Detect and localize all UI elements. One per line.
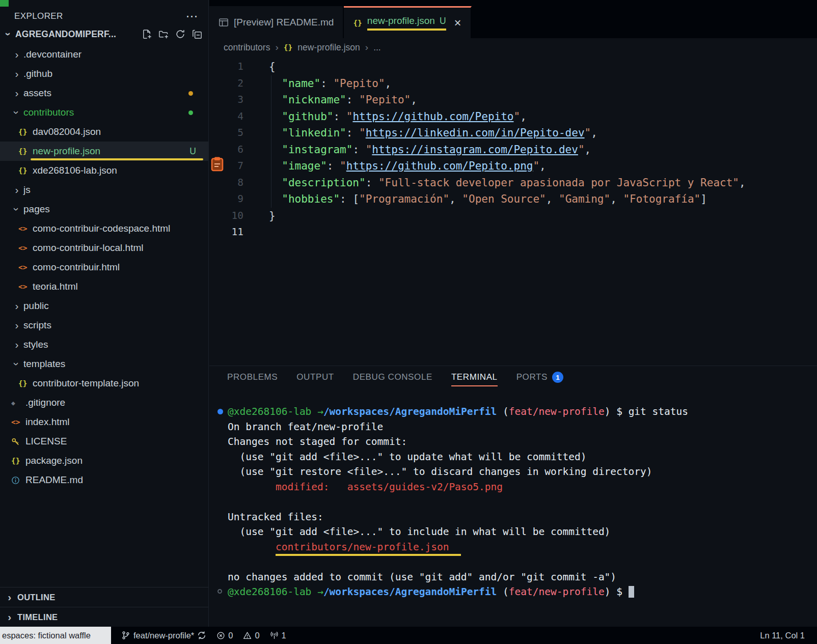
tree-item-xde268106-lab.json[interactable]: xde268106-lab.json bbox=[0, 161, 208, 180]
code-lines: 1{2 "name": "Pepito",3 "nickname": "Pepi… bbox=[209, 59, 817, 241]
explorer-title: EXPLORER bbox=[14, 11, 63, 21]
tree-item-README.md[interactable]: README.md bbox=[0, 470, 208, 490]
project-root-row[interactable]: AGREGANDOMIPERF... bbox=[0, 23, 208, 45]
tree-item-dav082004.json[interactable]: dav082004.json bbox=[0, 122, 208, 142]
code-line-5[interactable]: 5 "linkedin": "https://linkedin.com/in/P… bbox=[209, 125, 817, 142]
terminal[interactable]: @xde268106-lab →/workspaces/AgregandoMiP… bbox=[209, 393, 817, 600]
tree-item-assets[interactable]: assets bbox=[0, 83, 208, 103]
tab-output[interactable]: OUTPUT bbox=[296, 372, 334, 386]
explorer-header: EXPLORER bbox=[0, 0, 208, 23]
terminal-line-10: contributors/new-profile.json bbox=[217, 540, 817, 555]
more-actions-icon[interactable] bbox=[186, 14, 198, 19]
tree-item-.github[interactable]: .github bbox=[0, 64, 208, 83]
code-line-11[interactable]: 11 bbox=[209, 224, 817, 241]
html-file-icon bbox=[18, 244, 32, 252]
code-line-7[interactable]: 7 "image": "https://github.com/Pepito.pn… bbox=[209, 158, 817, 175]
tab-ports[interactable]: PORTS 1 bbox=[516, 372, 563, 387]
project-name: AGREGANDOMIPERF... bbox=[15, 29, 116, 40]
line-number: 9 bbox=[209, 191, 243, 208]
tree-item-contributors[interactable]: contributors bbox=[0, 103, 208, 122]
tree-item-.gitignore[interactable]: .gitignore bbox=[0, 393, 208, 412]
json-file-icon bbox=[353, 19, 362, 27]
code-line-2[interactable]: 2 "name": "Pepito", bbox=[209, 75, 817, 92]
tab-debug-console[interactable]: DEBUG CONSOLE bbox=[353, 372, 432, 386]
branch-indicator[interactable]: feat/new-profile* bbox=[121, 631, 206, 640]
breadcrumb-symbol[interactable]: ... bbox=[373, 42, 381, 53]
tab-problems[interactable]: PROBLEMS bbox=[227, 372, 278, 386]
tab-new-profile-json[interactable]: new-profile.json U bbox=[344, 6, 471, 38]
tree-item-como-contribuir.html[interactable]: como-contribuir.html bbox=[0, 258, 208, 277]
chevron-right-icon bbox=[11, 87, 22, 99]
timeline-section[interactable]: TIMELINE bbox=[0, 607, 208, 627]
collapse-all-icon[interactable] bbox=[192, 29, 202, 39]
line-number: 5 bbox=[209, 125, 243, 142]
tree-item-label: styles bbox=[23, 339, 48, 350]
chevron-right-icon bbox=[11, 68, 22, 80]
close-icon[interactable] bbox=[454, 18, 461, 27]
sync-changes-icon[interactable] bbox=[197, 631, 206, 640]
tree-item-package.json[interactable]: package.json bbox=[0, 451, 208, 470]
tree-item-public[interactable]: public bbox=[0, 296, 208, 316]
json-file-icon bbox=[18, 166, 32, 175]
ports-indicator[interactable]: 1 bbox=[270, 631, 286, 640]
html-file-icon bbox=[11, 418, 24, 426]
tree-item-label: .devcontainer bbox=[23, 49, 81, 60]
cursor-position[interactable]: Ln 11, Col 1 bbox=[760, 631, 805, 640]
problems-indicator[interactable]: 0 0 bbox=[216, 631, 259, 640]
terminal-line-1: @xde268106-lab →/workspaces/AgregandoMiP… bbox=[217, 404, 817, 419]
line-number: 10 bbox=[209, 208, 243, 225]
tree-item-new-profile.json[interactable]: new-profile.jsonU bbox=[0, 142, 208, 161]
code-line-1[interactable]: 1{ bbox=[209, 59, 817, 75]
tree-item-label: public bbox=[23, 300, 49, 312]
tree-item-LICENSE[interactable]: LICENSE bbox=[0, 432, 208, 451]
radio-tower-icon bbox=[270, 631, 279, 640]
tree-item-label: js bbox=[23, 184, 31, 195]
line-content: "hobbies": ["Programación", "Open Source… bbox=[243, 191, 707, 208]
code-line-6[interactable]: 6 "instagram": "https://instagram.com/Pe… bbox=[209, 142, 817, 158]
tree-item-js[interactable]: js bbox=[0, 180, 208, 200]
tree-item-templates[interactable]: templates bbox=[0, 354, 208, 374]
git-status-badge: U bbox=[189, 146, 196, 157]
code-line-9[interactable]: 9 "hobbies": ["Programación", "Open Sour… bbox=[209, 191, 817, 208]
json-file-icon bbox=[18, 128, 32, 136]
tree-item-como-contribuir-local.html[interactable]: como-contribuir-local.html bbox=[0, 238, 208, 258]
codespaces-remote-badge[interactable]: espaces: fictional waffle bbox=[0, 627, 111, 644]
code-line-4[interactable]: 4 "github": "https://github.com/Pepito", bbox=[209, 108, 817, 125]
line-content: "name": "Pepito", bbox=[243, 75, 391, 92]
new-folder-icon[interactable] bbox=[158, 29, 169, 39]
new-file-icon[interactable] bbox=[142, 29, 152, 39]
breadcrumb-folder[interactable]: contributors bbox=[224, 42, 270, 53]
refresh-icon[interactable] bbox=[175, 29, 185, 39]
line-number: 4 bbox=[209, 108, 243, 125]
code-line-10[interactable]: 10} bbox=[209, 208, 817, 225]
tree-item-contributor-template.json[interactable]: contributor-template.json bbox=[0, 374, 208, 393]
tab-terminal[interactable]: TERMINAL bbox=[451, 372, 498, 386]
error-icon bbox=[216, 631, 225, 640]
chevron-down-icon bbox=[11, 358, 23, 370]
outline-section[interactable]: OUTLINE bbox=[0, 587, 208, 607]
tab-preview-readme[interactable]: [Preview] README.md bbox=[209, 6, 344, 38]
branch-name: feat/new-profile* bbox=[133, 631, 194, 640]
breadcrumb-file[interactable]: new-profile.json bbox=[297, 42, 360, 53]
tree-item-index.html[interactable]: index.html bbox=[0, 412, 208, 432]
tree-item-scripts[interactable]: scripts bbox=[0, 316, 208, 335]
tree-item-pages[interactable]: pages bbox=[0, 200, 208, 219]
clipboard-icon bbox=[211, 157, 224, 172]
code-line-8[interactable]: 8 "description": "Full-stack developer a… bbox=[209, 175, 817, 191]
tree-item-como-contribuir-codespace.html[interactable]: como-contribuir-codespace.html bbox=[0, 219, 208, 238]
terminal-line-5: (use "git restore <file>..." to discard … bbox=[217, 464, 817, 480]
license-file-icon bbox=[11, 437, 24, 446]
line-content bbox=[243, 224, 269, 241]
gitignore-file-icon bbox=[11, 399, 24, 407]
code-line-3[interactable]: 3 "nickname": "Pepito", bbox=[209, 92, 817, 108]
tree-item-label: LICENSE bbox=[25, 436, 67, 447]
tree-item-.devcontainer[interactable]: .devcontainer bbox=[0, 45, 208, 64]
code-editor[interactable]: 1{2 "name": "Pepito",3 "nickname": "Pepi… bbox=[209, 57, 817, 366]
annotation-underline bbox=[31, 158, 203, 160]
warning-count: 0 bbox=[255, 631, 259, 640]
tree-item-teoria.html[interactable]: teoria.html bbox=[0, 277, 208, 296]
json-file-icon bbox=[11, 457, 24, 465]
tree-item-styles[interactable]: styles bbox=[0, 335, 208, 354]
terminal-command-decoration bbox=[217, 589, 222, 594]
bottom-panel: PROBLEMS OUTPUT DEBUG CONSOLE TERMINAL P… bbox=[209, 366, 817, 627]
